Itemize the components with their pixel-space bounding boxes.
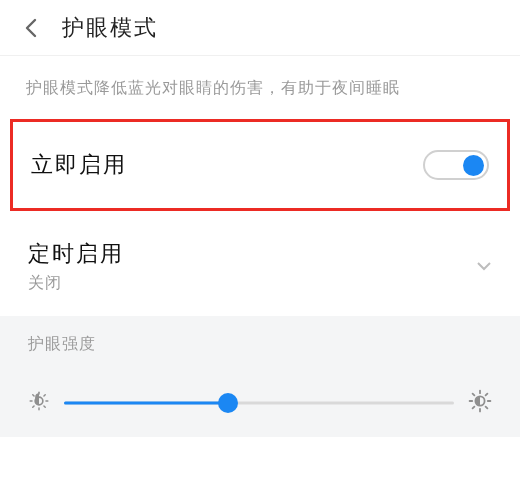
enable-now-toggle[interactable]: [423, 150, 489, 180]
toggle-knob: [463, 155, 484, 176]
slider-knob: [218, 393, 238, 413]
enable-now-row: 立即启用: [10, 119, 510, 211]
intensity-section: 护眼强度: [0, 316, 520, 437]
scheduled-status: 关闭: [28, 273, 124, 294]
intensity-slider-row: [0, 361, 520, 437]
back-icon[interactable]: [20, 16, 44, 40]
svg-line-16: [473, 407, 475, 409]
svg-line-14: [473, 394, 475, 396]
svg-line-8: [44, 395, 45, 396]
scheduled-label: 定时启用: [28, 239, 124, 269]
svg-line-17: [486, 394, 488, 396]
svg-line-6: [44, 406, 45, 407]
enable-now-label: 立即启用: [31, 150, 127, 180]
svg-line-5: [33, 395, 34, 396]
intensity-label: 护眼强度: [0, 316, 520, 361]
svg-line-15: [486, 407, 488, 409]
svg-line-7: [33, 406, 34, 407]
slider-fill: [64, 402, 228, 405]
intensity-slider[interactable]: [64, 393, 454, 413]
page-title: 护眼模式: [62, 13, 158, 43]
chevron-down-icon: [476, 258, 492, 276]
brightness-low-icon: [28, 390, 50, 416]
description-text: 护眼模式降低蓝光对眼睛的伤害，有助于夜间睡眠: [0, 56, 520, 119]
header-bar: 护眼模式: [0, 0, 520, 56]
scheduled-row[interactable]: 定时启用 关闭: [0, 221, 520, 308]
scheduled-left: 定时启用 关闭: [28, 239, 124, 294]
brightness-high-icon: [468, 389, 492, 417]
